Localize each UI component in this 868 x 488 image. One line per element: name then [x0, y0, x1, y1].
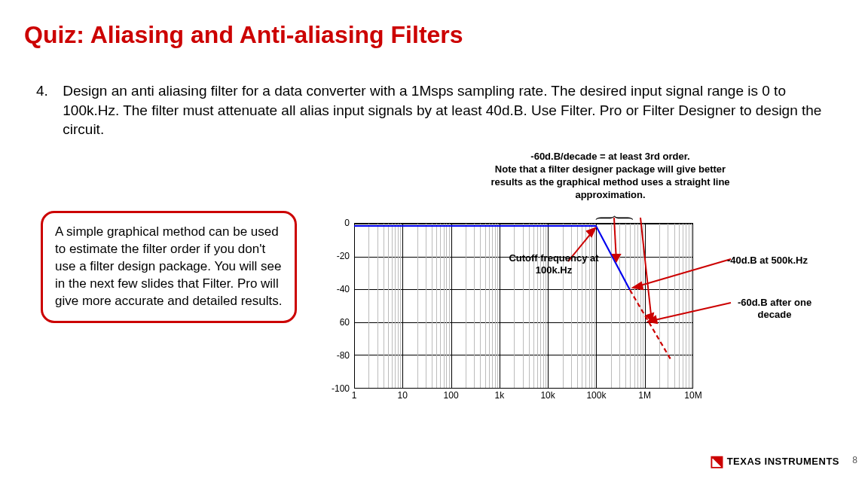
x-tick: 10k: [540, 390, 555, 401]
y-tick: -20: [324, 251, 350, 261]
page-number: 8: [852, 455, 857, 465]
x-tick: 100: [444, 390, 459, 401]
y-tick: 0: [324, 218, 350, 228]
plot-area: [354, 223, 693, 389]
bode-chart: 0 -20 -40 60 -80 -100: [324, 223, 701, 404]
x-tick: 1: [352, 390, 357, 401]
top-annotation: -60d.B/decade = at least 3rd order. Note…: [482, 151, 738, 202]
y-tick: -100: [324, 383, 350, 394]
arrow-60db: [648, 303, 731, 323]
annotation-40db: -40d.B at 500k.Hz: [727, 255, 808, 266]
question-block: 4. Design an anti aliasing filter for a …: [36, 81, 838, 139]
svg-marker-7: [633, 282, 643, 289]
y-tick: 60: [324, 317, 350, 328]
svg-line-2: [640, 218, 652, 322]
svg-line-8: [648, 303, 731, 322]
x-tick: 100k: [586, 390, 606, 401]
annotation-60db: -60d.B after one decade: [722, 297, 827, 320]
ti-chip-icon: ⬔: [710, 452, 724, 470]
extrapolation-line: [630, 290, 671, 359]
x-tick: 10M: [684, 390, 701, 401]
arrow-to-slope: [613, 218, 620, 261]
slide-title: Quiz: Aliasing and Anti-aliasing Filters: [24, 21, 463, 49]
x-tick: 1M: [638, 390, 651, 401]
ti-logo: ⬔ TEXAS INSTRUMENTS: [710, 452, 839, 470]
question-text: Design an anti aliasing filter for a dat…: [63, 81, 834, 139]
question-number: 4.: [36, 81, 59, 101]
y-tick: -40: [324, 284, 350, 294]
arrow-to-slope-2: [640, 218, 653, 322]
x-axis: 1 10 100 1k 10k 100k 1M 10M: [354, 390, 693, 404]
svg-line-6: [633, 259, 731, 288]
ti-logo-text: TEXAS INSTRUMENTS: [727, 456, 839, 467]
cutoff-annotation: Cutoff frequency at 100k.Hz: [505, 252, 603, 276]
x-tick: 1k: [495, 390, 505, 401]
callout-box: A simple graphical method can be used to…: [41, 211, 297, 323]
y-axis: 0 -20 -40 60 -80 -100: [324, 223, 354, 389]
y-tick: -80: [324, 350, 350, 361]
x-tick: 10: [398, 390, 408, 401]
svg-marker-5: [587, 228, 595, 236]
